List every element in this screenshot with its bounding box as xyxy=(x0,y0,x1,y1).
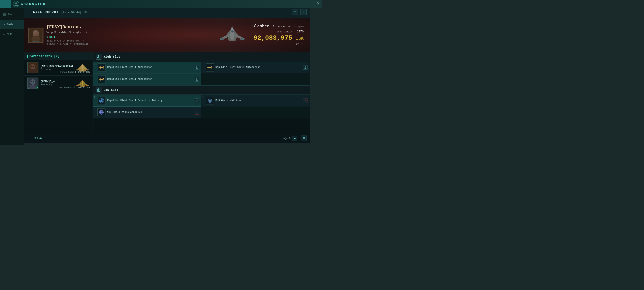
slot-item[interactable]: 1 Republic Fleet Small Autocan xyxy=(202,62,310,73)
slot-item[interactable]: 1 Republic Fleet Small Autocan xyxy=(93,62,201,73)
slot-item[interactable]: 1 Republic Fleet Small Autocan xyxy=(93,74,201,85)
svg-text:+: + xyxy=(36,86,38,89)
slot-item-actions xyxy=(303,65,308,70)
slot-number: 1 xyxy=(202,63,204,65)
low-slot-title: Low Slot xyxy=(104,88,118,92)
page-next-button[interactable]: ▶ xyxy=(292,136,297,141)
participant-1-damage: 642 xyxy=(78,71,82,73)
svg-rect-7 xyxy=(32,38,40,42)
damage-info: Total damage: 2270 xyxy=(252,30,304,34)
close-icon: ✕ xyxy=(316,1,320,6)
slot-number: 1 xyxy=(94,75,96,77)
panel-body: Participants [2] [MAT xyxy=(24,52,310,134)
participants-title: Participants [2] xyxy=(27,55,60,58)
slot-pilot-button[interactable] xyxy=(194,65,199,70)
slot-item-name: Republic Fleet Small Autocannon xyxy=(216,66,302,69)
svg-rect-50 xyxy=(99,67,103,68)
high-slot-section: High Slot 1 xyxy=(93,52,310,86)
participant-2-name: [HONK]O_o xyxy=(40,80,74,83)
panel-menu-icon: ☰ xyxy=(27,10,30,14)
svg-rect-19 xyxy=(232,27,233,28)
pilot-avatar xyxy=(28,28,44,43)
total-damage-label: Total damage: xyxy=(275,31,294,33)
sidebar-item-medals[interactable]: ★ Meda xyxy=(0,30,24,39)
panel-menu-button[interactable]: ☰ xyxy=(27,10,30,14)
svg-point-6 xyxy=(36,33,38,34)
slot-item-name: Republic Fleet Small Autocannon xyxy=(107,78,193,81)
slot-item[interactable]: 1 + Republic Fleet Small Capacitor Batte… xyxy=(93,95,201,107)
svg-rect-68 xyxy=(100,78,101,79)
slot-destroyed-button[interactable]: ✕ xyxy=(195,110,199,115)
participant-1-avatar xyxy=(27,62,38,73)
svg-point-16 xyxy=(242,39,244,40)
svg-rect-64 xyxy=(99,79,103,80)
svg-rect-57 xyxy=(208,67,212,68)
kill-result-label: Kill xyxy=(252,43,304,46)
slot-destroyed-button[interactable]: ✕ xyxy=(303,99,308,103)
participant-1-stats: Final Blow | 642 | 28% xyxy=(60,71,90,73)
slot-number: 1 xyxy=(94,63,96,65)
participant-1-percent: 28% xyxy=(86,71,90,73)
low-slot-header: Low Slot xyxy=(93,86,310,95)
mwd-icon-img xyxy=(98,108,106,116)
slot-pilot-button[interactable] xyxy=(303,65,308,70)
autocannon-icon-img xyxy=(206,64,214,72)
slot-item-name: MK9 Gyrostabilizer xyxy=(216,99,302,102)
slot-item[interactable]: 1 MK9 Small Microwarpdrive xyxy=(93,107,201,118)
panel-close-button[interactable]: ✕ xyxy=(300,9,307,15)
svg-point-5 xyxy=(34,33,35,34)
panel-actions: ⬡ ✕ xyxy=(292,9,307,15)
slot-pilot-button[interactable] xyxy=(194,99,199,103)
svg-point-63 xyxy=(305,67,306,68)
kill-report-panel: ☰ KILL REPORT [ID:7065844] ⧉ ⬡ ✕ xyxy=(24,6,310,143)
autocannon-icon-img xyxy=(98,75,106,83)
svg-point-29 xyxy=(76,69,79,71)
pilot-info: [EDSX]Ваятель Warp Scramble Strength: -2… xyxy=(46,25,212,46)
svg-point-86 xyxy=(101,112,102,113)
gyrostabilizer-icon-img xyxy=(206,97,214,105)
menu-icon: ☰ xyxy=(4,2,7,6)
sidebar-item-bio[interactable]: ☰ Bio xyxy=(0,10,24,19)
svg-rect-59 xyxy=(207,67,208,68)
svg-point-60 xyxy=(211,67,212,68)
slot-pilot-button[interactable] xyxy=(194,77,199,82)
svg-marker-17 xyxy=(231,26,234,31)
panel-export-button[interactable]: ⬡ xyxy=(292,9,298,15)
slot-item-actions: ✕ xyxy=(303,99,308,103)
page-navigation: Page 3 ▶ xyxy=(282,136,297,141)
svg-point-0 xyxy=(15,3,17,5)
participant-1-name: [MATE]AmarrianCultist xyxy=(40,65,74,68)
svg-point-53 xyxy=(103,67,104,68)
filter-button[interactable] xyxy=(301,136,307,141)
top-close-button[interactable]: ✕ xyxy=(316,1,320,6)
svg-point-56 xyxy=(196,67,198,68)
participants-header: Participants [2] xyxy=(24,52,92,60)
slot-item[interactable]: 1 MK9 Gyrosta xyxy=(202,95,310,107)
bottom-bar: ⬆ 3,300.47 Page 3 ▶ xyxy=(24,134,310,143)
participant-item[interactable]: + [HONK]O_o Prophecy xyxy=(24,76,92,91)
svg-point-35 xyxy=(32,81,32,82)
slot-item-name: Republic Fleet Small Autocannon xyxy=(107,66,193,69)
svg-point-70 xyxy=(196,78,198,80)
high-slot-title: High Slot xyxy=(104,55,120,58)
slot-number: 1 xyxy=(94,108,95,110)
panel-copy-icon[interactable]: ⧉ xyxy=(84,11,86,14)
panel-title: KILL REPORT xyxy=(33,10,59,14)
hamburger-button[interactable]: ☰ xyxy=(0,0,11,8)
cap-battery-icon-img: + xyxy=(98,97,106,105)
participants-list: [MATE]AmarrianCultist Tornado xyxy=(24,60,92,134)
sidebar-item-combat[interactable]: ⚔ Comb xyxy=(0,20,24,29)
ship-interceptor-type: Interceptor xyxy=(273,25,292,28)
slot-item-actions xyxy=(194,77,199,82)
export-icon: ⬡ xyxy=(294,11,296,14)
svg-point-18 xyxy=(231,31,234,33)
slot-item-actions xyxy=(194,99,199,103)
svg-point-77 xyxy=(196,100,198,101)
character-title: CHARACTER xyxy=(21,2,46,6)
sidebar: ☰ Bio ⚔ Comb ★ Meda xyxy=(0,8,24,145)
svg-point-21 xyxy=(30,64,35,70)
svg-point-30 xyxy=(86,69,89,71)
bottom-icon: ⬆ xyxy=(27,137,29,140)
character-header: CHARACTER xyxy=(11,1,46,7)
participant-item[interactable]: [MATE]AmarrianCultist Tornado xyxy=(24,60,92,76)
